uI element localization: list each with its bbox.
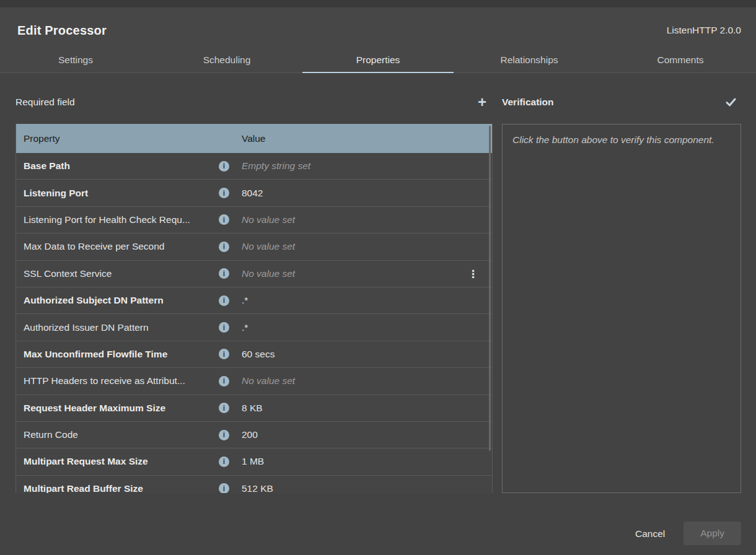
property-row[interactable]: Multipart Read Buffer Size i 512 KB ⋮: [16, 476, 492, 493]
required-field-label: Required field: [15, 97, 75, 108]
property-name: HTTP Headers to receive as Attribut...: [16, 375, 219, 387]
add-property-button[interactable]: +: [472, 93, 493, 111]
edit-processor-dialog: Edit Processor ListenHTTP 2.0.0 Settings…: [0, 7, 756, 555]
property-name: Multipart Read Buffer Size: [16, 483, 219, 493]
property-row[interactable]: SSL Context Service i No value set ⋮: [16, 261, 492, 287]
property-value: 8 KB: [242, 403, 492, 414]
property-name: Max Data to Receive per Second: [16, 241, 219, 252]
verify-button[interactable]: [720, 93, 741, 111]
table-rows: Base Path i Empty string set ⋮ Listening…: [16, 153, 492, 493]
property-row[interactable]: Listening Port for Health Check Requ... …: [16, 207, 492, 234]
property-name: Listening Port: [16, 188, 219, 199]
property-name: Request Header Maximum Size: [16, 403, 219, 414]
info-icon[interactable]: i: [219, 483, 229, 493]
info-icon[interactable]: i: [219, 295, 229, 306]
info-icon[interactable]: i: [219, 322, 229, 333]
dialog-header: Edit Processor ListenHTTP 2.0.0: [0, 7, 756, 47]
info-icon[interactable]: i: [219, 268, 229, 279]
info-icon[interactable]: i: [219, 403, 229, 413]
property-value: 512 KB: [242, 483, 492, 493]
tab-scheduling[interactable]: Scheduling: [151, 47, 302, 72]
property-value: No value set: [242, 214, 492, 225]
apply-button[interactable]: Apply: [683, 522, 741, 545]
property-row[interactable]: Return Code i 200 ⋮: [16, 422, 492, 448]
dialog-title: Edit Processor: [17, 24, 107, 38]
info-icon[interactable]: i: [219, 376, 229, 387]
properties-table: Property Value Base Path i Empty string …: [15, 124, 493, 493]
info-icon[interactable]: i: [219, 430, 229, 440]
property-name: Listening Port for Health Check Requ...: [16, 214, 219, 225]
plus-icon: +: [478, 95, 486, 110]
property-row[interactable]: HTTP Headers to receive as Attribut... i…: [16, 368, 492, 395]
property-name: Multipart Request Max Size: [16, 456, 219, 467]
property-name: Max Unconfirmed Flowfile Time: [16, 349, 219, 360]
property-value: No value set: [242, 268, 492, 279]
section-headers: Required field + Verification: [15, 93, 741, 111]
processor-type-version: ListenHTTP 2.0.0: [667, 25, 741, 36]
dialog-footer: Cancel Apply: [15, 493, 741, 555]
table-header-row: Property Value: [16, 124, 492, 153]
panels: Property Value Base Path i Empty string …: [15, 124, 741, 493]
info-icon[interactable]: i: [219, 242, 229, 252]
property-name: Base Path: [16, 160, 219, 172]
verification-label: Verification: [502, 97, 554, 108]
property-value: No value set: [242, 375, 492, 387]
more-options-icon[interactable]: ⋮: [468, 268, 478, 279]
property-row[interactable]: Listening Port i 8042 ⋮: [16, 180, 492, 206]
property-name: Authorized Subject DN Pattern: [16, 295, 219, 306]
verification-message: Click the button above to verify this co…: [512, 133, 717, 147]
property-name: Authorized Issuer DN Pattern: [16, 322, 219, 333]
property-value: Empty string set: [242, 160, 492, 172]
check-icon: [726, 98, 736, 107]
column-header-value: Value: [242, 133, 492, 144]
tab-settings[interactable]: Settings: [0, 47, 151, 72]
tab-properties[interactable]: Properties: [302, 47, 454, 72]
property-row[interactable]: Multipart Request Max Size i 1 MB ⋮: [16, 448, 492, 475]
property-name: SSL Context Service: [16, 268, 219, 279]
property-row[interactable]: Max Unconfirmed Flowfile Time i 60 secs …: [16, 341, 492, 368]
property-value: .*: [242, 295, 492, 306]
table-scrollbar-thumb[interactable]: [489, 126, 491, 451]
property-value: 8042: [242, 188, 492, 199]
property-name: Return Code: [16, 429, 219, 440]
info-icon[interactable]: i: [219, 349, 229, 359]
property-value: No value set: [242, 241, 492, 252]
property-value: .*: [242, 322, 492, 333]
property-row[interactable]: Authorized Issuer DN Pattern i .* ⋮: [16, 314, 492, 341]
properties-section-header: Required field +: [15, 93, 493, 111]
info-icon[interactable]: i: [219, 161, 229, 172]
dialog-body: Required field + Verification: [0, 73, 756, 555]
tab-comments[interactable]: Comments: [605, 47, 756, 72]
cancel-button[interactable]: Cancel: [634, 523, 666, 545]
info-icon[interactable]: i: [219, 188, 229, 198]
column-header-property: Property: [16, 133, 242, 144]
info-icon[interactable]: i: [219, 214, 229, 225]
verification-section-header: Verification: [502, 93, 741, 111]
tab-bar: Settings Scheduling Properties Relations…: [0, 47, 756, 73]
property-row[interactable]: Base Path i Empty string set ⋮: [16, 153, 492, 180]
info-icon[interactable]: i: [219, 457, 229, 467]
property-value: 200: [242, 429, 492, 440]
tab-relationships[interactable]: Relationships: [454, 47, 605, 72]
verification-panel: Click the button above to verify this co…: [502, 124, 741, 493]
property-value: 1 MB: [242, 456, 492, 467]
property-row[interactable]: Authorized Subject DN Pattern i .* ⋮: [16, 287, 492, 314]
property-row[interactable]: Request Header Maximum Size i 8 KB ⋮: [16, 395, 492, 422]
property-row[interactable]: Max Data to Receive per Second i No valu…: [16, 234, 492, 260]
property-value: 60 secs: [242, 349, 492, 360]
